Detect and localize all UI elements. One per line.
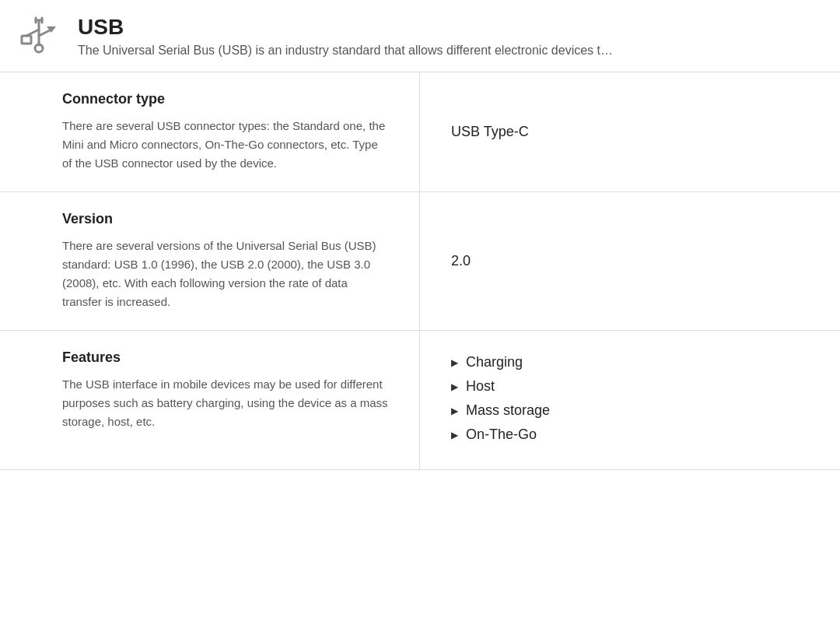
table-row-connector-type: Connector typeThere are several USB conn… xyxy=(0,72,840,192)
feature-list-item: Host xyxy=(451,378,550,395)
cell-title-connector-type: Connector type xyxy=(62,91,388,107)
right-cell-version: 2.0 xyxy=(420,192,840,330)
page-header: USB The Universal Serial Bus (USB) is an… xyxy=(0,0,840,72)
cell-title-version: Version xyxy=(62,211,388,227)
cell-value-version: 2.0 xyxy=(451,253,471,269)
svg-rect-3 xyxy=(22,36,31,44)
table-row-features: FeaturesThe USB interface in mobile devi… xyxy=(0,331,840,470)
page-subtitle: The Universal Serial Bus (USB) is an ind… xyxy=(78,44,613,58)
table-row-version: VersionThere are several versions of the… xyxy=(0,192,840,331)
svg-point-5 xyxy=(35,44,43,52)
left-cell-version: VersionThere are several versions of the… xyxy=(0,192,420,330)
right-cell-connector-type: USB Type-C xyxy=(420,72,840,191)
header-text-block: USB The Universal Serial Bus (USB) is an… xyxy=(78,14,613,58)
feature-list-item: On-The-Go xyxy=(451,427,550,443)
usb-icon xyxy=(16,12,62,59)
cell-value-connector-type: USB Type-C xyxy=(451,124,529,140)
feature-list-item: Charging xyxy=(451,354,550,370)
cell-description-features: The USB interface in mobile devices may … xyxy=(62,375,388,431)
cell-title-features: Features xyxy=(62,349,388,366)
left-cell-connector-type: Connector typeThere are several USB conn… xyxy=(0,72,420,191)
page-title: USB xyxy=(78,14,613,40)
left-cell-features: FeaturesThe USB interface in mobile devi… xyxy=(0,331,420,469)
cell-description-connector-type: There are several USB connector types: t… xyxy=(62,117,388,173)
content-table: Connector typeThere are several USB conn… xyxy=(0,72,840,470)
cell-description-version: There are several versions of the Univer… xyxy=(62,237,388,311)
right-cell-features: ChargingHostMass storageOn-The-Go xyxy=(420,331,840,469)
feature-list: ChargingHostMass storageOn-The-Go xyxy=(451,354,550,451)
feature-list-item: Mass storage xyxy=(451,402,550,419)
svg-line-2 xyxy=(39,30,51,36)
